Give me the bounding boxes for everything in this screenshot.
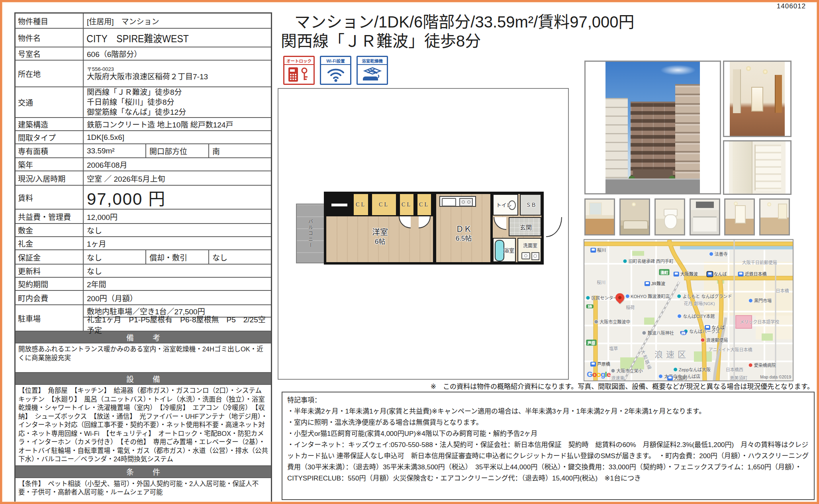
bathroom-dryer-icon: [358, 65, 387, 84]
conditions-text: 【条件】 ペット相談（小型犬、猫可）・外国人契約可能・2人入居可能・保証人不要・…: [16, 478, 271, 502]
station-icon: [590, 248, 596, 253]
special-note-line: ・小型犬or猫1匹飼育可能(家賃4,000円UP)※4階以下のみ飼育可能・解約予…: [287, 428, 809, 439]
map-label: 大阪市立栄小: [611, 367, 643, 374]
map-label: 恵美須町: [730, 375, 747, 381]
feature-badges: オートロック Wi-Fi設置: [283, 56, 388, 85]
western-room-label: 洋室6帖: [372, 228, 388, 246]
map-label: アニメイト大阪日本橋: [709, 346, 752, 353]
location-map: 桜川旧町名継承碑 西円手町法善寺大阪千日前郵便局湊町大阪難波なんば近鉄日本橋桜川…: [584, 239, 794, 381]
special-note-line: ・半年未満2ヶ月・1年未満1ヶ月(家賃と共益費)※キャンペーン適用の場合は、半年…: [287, 406, 809, 417]
map-label: なんばパークス: [684, 328, 720, 334]
floorplan: バルコニー CL CL CL CL 洋室6帖 ＤＫ6.5帖: [296, 192, 564, 265]
station-icon: [738, 272, 744, 277]
toilet-room: トイレ: [493, 194, 518, 216]
postal-code: 〒556-0023: [87, 66, 114, 72]
map-label: 花月 劇場(NGK): [684, 300, 715, 306]
map-copyright: Map data ©2019: [760, 375, 791, 379]
poi-icon: [673, 367, 678, 372]
photo-bathroom: [619, 198, 650, 235]
bathroom: 浴室: [493, 238, 516, 262]
rent-amount: 97,000 円: [84, 186, 271, 209]
table-row: 物件種目[住居用] マンション: [16, 14, 271, 29]
closet: CL: [370, 194, 398, 216]
station-icon: [590, 362, 596, 367]
map-label: 桜川: [590, 247, 606, 253]
station-icon: [667, 376, 673, 380]
closet-door-arc: [419, 216, 431, 228]
table-row: 専有面積 33.59m² 開口部方位 南: [16, 144, 271, 158]
map-label: 愛染橋病院: [748, 362, 776, 368]
table-row: 建築構造鉄筋コンクリート造 地上10階 総戸数124戸: [16, 118, 271, 131]
table-row-parking: 駐車場 敷地内駐車場／空き1台／27,500円 礼金1ヶ月 P1-P5屋根有 P…: [16, 305, 271, 331]
wifi-badge: Wi-Fi設置: [320, 56, 351, 85]
floorplan-core: CL CL CL CL 洋室6帖 ＤＫ6.5帖 ト: [324, 192, 544, 265]
bathtub-icon: [495, 240, 504, 261]
map-label: KOHYO 難波湊町店: [625, 293, 670, 299]
entry-door-arc: [546, 217, 562, 237]
photo-building-exterior: [584, 61, 721, 194]
table-row: 号室名606（6階部分）: [16, 47, 271, 61]
poi-icon: [658, 374, 663, 378]
poi-icon: [709, 252, 713, 256]
map-label: 区民センター: [586, 294, 618, 301]
special-note-line: ・室内に照明・温水洗浄便座がある場合は無償貸与となります。: [287, 417, 809, 428]
poi-icon: [625, 294, 629, 298]
poi-icon: [748, 298, 753, 303]
closet: CL: [352, 194, 370, 216]
poi-icon: [586, 296, 590, 300]
google-logo: Google: [587, 370, 610, 379]
photo-washbasin: [584, 198, 615, 235]
photo-corridor-room: [724, 198, 755, 235]
map-label: 大阪市立難波中: [594, 318, 630, 325]
map-label: JR難波: [645, 280, 665, 286]
property-name: CITY SPIRE難波WEST: [84, 29, 256, 47]
equipment-text: 【位置】 角部屋 【キッチン】 給湯器（都市ガス）・ガスコンロ（2口）・システム…: [16, 385, 271, 466]
map-label: 湊町: [659, 269, 670, 275]
station-icon: [645, 281, 650, 286]
washer-icon: [531, 252, 539, 260]
autolock-icon: [284, 65, 313, 84]
amortization-label: 償却・敷引: [145, 250, 209, 264]
property-sheet: 1406012 物件種目[住居用] マンション 物件名CITY SPIRE難波W…: [0, 0, 819, 504]
map-label: 日本橋: [776, 287, 789, 294]
balcony: バルコニー: [296, 204, 325, 263]
map-label: 芦原橋: [590, 361, 610, 367]
table-row: 現況/入居時期空室 ／ 2026年5月上旬: [16, 171, 271, 186]
special-notes-title: 特記事項：: [287, 395, 809, 406]
map-label: 芦原: [586, 339, 597, 345]
table-row: 間取タイプ1DK[6.5x6]: [16, 131, 271, 144]
opening-direction-label: 開口部方位: [145, 144, 209, 157]
table-row: 築年2006年08月: [16, 158, 271, 171]
wifi-icon: [321, 65, 350, 84]
headline: マンション/1DK/6階部分/33.59m²/賃料97,000円 関西線「ＪＲ難…: [281, 12, 791, 51]
shoe-box: ＳＢ: [520, 194, 541, 216]
special-note-line: ・インターネット：キッズウェイ:0570-550-588・法人契約可・保証会社：…: [287, 439, 809, 484]
station-icon: [674, 272, 679, 277]
map-label: 浪速東: [611, 375, 624, 381]
poi-icon: [594, 320, 598, 324]
wall-block: [326, 194, 352, 216]
closet-door-arc: [399, 216, 411, 228]
conditions-header: 条 件: [16, 466, 271, 478]
headline-line1: マンション/1DK/6階部分/33.59m²/賃料97,000円: [294, 12, 791, 31]
map-label: よしもと なんばグランド: [677, 293, 732, 299]
table-row: 賃料97,000 円: [16, 186, 271, 210]
document-id: 1406012: [777, 2, 806, 10]
map-label: 日本橋西: [726, 366, 743, 373]
table-row: 契約期間2年間: [16, 278, 271, 291]
table-row: 更新料なし: [16, 265, 271, 278]
photo-kitchen: [690, 198, 720, 235]
photo-toilet: [654, 198, 685, 235]
map-label: 塩草: [609, 345, 618, 351]
wall: [433, 194, 436, 262]
map-label: 大国町: [667, 375, 687, 381]
poi-icon: [677, 294, 682, 298]
disclaimer-note: ※ この資料は物件の概略紹介資料になります。写真、間取図面、設備、概要などが現況…: [281, 381, 814, 391]
area-value: 33.59m²: [84, 144, 145, 157]
station-icon: [707, 272, 713, 277]
sink-icon: [521, 252, 530, 259]
table-row: 所在地 〒556-0023大阪府大阪市浪速区稲荷２丁目7-13: [16, 61, 271, 87]
special-notes-box: 特記事項： ・半年未満2ヶ月・1年未満1ヶ月(家賃と共益費)※キャンペーン適用の…: [282, 392, 815, 500]
poi-icon: [748, 363, 753, 367]
poi-icon: [611, 369, 615, 373]
